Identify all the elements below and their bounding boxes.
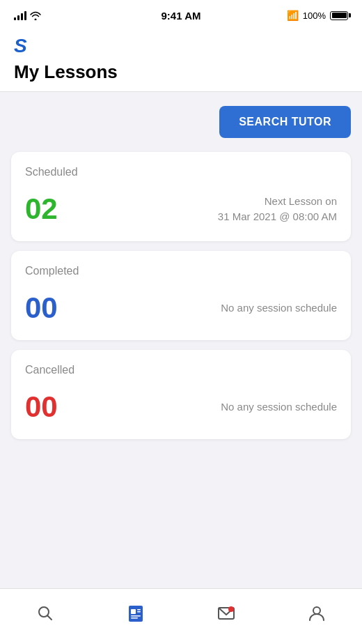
profile-icon	[307, 604, 326, 623]
wifi-icon	[30, 11, 41, 20]
battery-percent: 100%	[303, 10, 326, 21]
bottom-nav	[0, 588, 362, 644]
page-title: My Lessons	[14, 61, 348, 83]
messages-icon	[217, 604, 236, 623]
bluetooth-icon: 📶	[287, 10, 299, 21]
scheduled-card: Scheduled 02 Next Lesson on 31 Mar 2021 …	[11, 152, 351, 241]
svg-rect-5	[131, 618, 138, 619]
scheduled-info: Next Lesson on 31 Mar 2021 @ 08:00 AM	[218, 194, 337, 225]
svg-rect-2	[129, 606, 143, 622]
cancelled-info-line1: No any session schedule	[221, 399, 337, 415]
svg-point-9	[228, 606, 234, 612]
nav-item-search[interactable]	[0, 589, 90, 637]
svg-rect-6	[137, 609, 141, 611]
cancelled-count: 00	[25, 390, 58, 424]
svg-rect-7	[137, 611, 141, 613]
cancelled-body: 00 No any session schedule	[25, 390, 337, 424]
completed-info-line1: No any session schedule	[221, 300, 337, 316]
app-logo: S	[14, 36, 348, 56]
cancelled-info: No any session schedule	[221, 399, 337, 415]
search-tutor-row: SEARCH TUTOR	[11, 106, 351, 138]
svg-line-1	[48, 615, 52, 620]
completed-body: 00 No any session schedule	[25, 291, 337, 325]
status-left	[14, 10, 41, 20]
completed-card: Completed 00 No any session schedule	[11, 251, 351, 340]
nav-item-lessons[interactable]	[90, 589, 181, 637]
status-time: 9:41 AM	[162, 10, 201, 22]
scheduled-info-line1: Next Lesson on	[218, 194, 337, 210]
status-bar: 9:41 AM 📶 100%	[0, 0, 362, 31]
nav-item-messages[interactable]	[181, 589, 272, 637]
header: S My Lessons	[0, 31, 362, 92]
lessons-icon	[126, 604, 145, 623]
nav-item-profile[interactable]	[272, 589, 362, 637]
scheduled-info-line2: 31 Mar 2021 @ 08:00 AM	[218, 209, 337, 225]
completed-label: Completed	[25, 265, 337, 277]
search-tutor-button[interactable]: SEARCH TUTOR	[219, 106, 351, 138]
svg-rect-4	[131, 615, 141, 617]
scheduled-count: 02	[25, 192, 58, 226]
completed-info: No any session schedule	[221, 300, 337, 316]
cancelled-label: Cancelled	[25, 364, 337, 376]
battery-icon	[330, 11, 348, 20]
status-right: 📶 100%	[287, 10, 348, 21]
search-icon	[36, 604, 55, 623]
scheduled-body: 02 Next Lesson on 31 Mar 2021 @ 08:00 AM	[25, 192, 337, 226]
svg-point-10	[313, 607, 320, 614]
scheduled-label: Scheduled	[25, 166, 337, 178]
main-content: SEARCH TUTOR Scheduled 02 Next Lesson on…	[0, 92, 362, 594]
completed-count: 00	[25, 291, 58, 325]
svg-rect-3	[131, 609, 136, 614]
signal-icon	[14, 10, 26, 20]
cancelled-card: Cancelled 00 No any session schedule	[11, 350, 351, 439]
